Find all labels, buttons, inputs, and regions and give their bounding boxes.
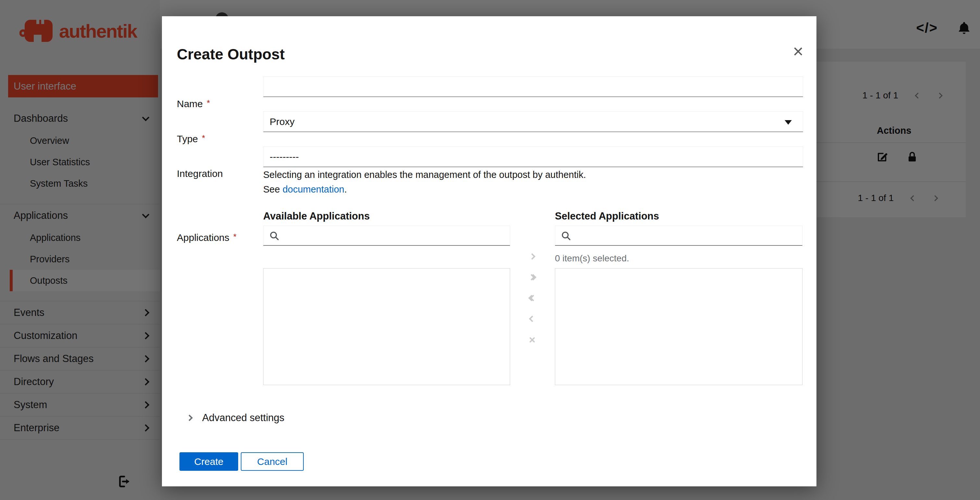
cancel-button[interactable]: Cancel: [241, 452, 304, 471]
available-applications-heading: Available Applications: [263, 210, 370, 222]
chevron-right-icon: [186, 415, 193, 421]
remove-all-icon[interactable]: [520, 288, 544, 309]
documentation-link[interactable]: documentation: [283, 184, 344, 194]
close-icon[interactable]: ×: [793, 42, 803, 61]
clear-icon[interactable]: ×: [520, 329, 544, 350]
type-select-value: Proxy: [270, 116, 295, 127]
selected-count-status: 0 item(s) selected.: [555, 253, 629, 264]
add-selected-icon[interactable]: [520, 246, 544, 267]
type-select[interactable]: Proxy: [263, 111, 803, 132]
selected-applications-heading: Selected Applications: [555, 210, 659, 222]
integration-select-value: ---------: [270, 151, 299, 162]
available-search: [263, 226, 510, 246]
available-search-input[interactable]: [284, 226, 510, 245]
add-all-icon[interactable]: [520, 267, 544, 288]
search-icon: [560, 230, 571, 241]
modal-title: Create Outpost: [177, 45, 285, 63]
chevron-down-icon: [785, 120, 792, 125]
type-label: Type*: [177, 133, 205, 145]
transfer-controls: ×: [520, 246, 544, 350]
integration-label: Integration: [177, 168, 223, 179]
integration-select[interactable]: ---------: [263, 146, 803, 167]
integration-help-text: Selecting an integration enables the man…: [263, 169, 586, 180]
selected-search-input[interactable]: [575, 226, 802, 245]
required-asterisk: *: [233, 232, 237, 242]
available-applications-listbox[interactable]: [263, 268, 510, 385]
name-input[interactable]: [263, 76, 803, 97]
integration-help-see: See documentation.: [263, 184, 347, 195]
create-outpost-modal: Create Outpost × Name* Type* Proxy Integ…: [162, 16, 816, 486]
required-asterisk: *: [207, 98, 210, 108]
advanced-settings-toggle[interactable]: Advanced settings: [187, 409, 284, 427]
remove-selected-icon[interactable]: [520, 309, 544, 329]
search-icon: [269, 230, 280, 241]
selected-search: [555, 226, 802, 246]
advanced-settings-label: Advanced settings: [202, 412, 284, 424]
create-button[interactable]: Create: [180, 452, 238, 471]
name-label: Name*: [177, 98, 210, 110]
selected-applications-listbox[interactable]: [555, 268, 802, 385]
required-asterisk: *: [202, 133, 205, 143]
applications-label: Applications*: [177, 232, 237, 243]
